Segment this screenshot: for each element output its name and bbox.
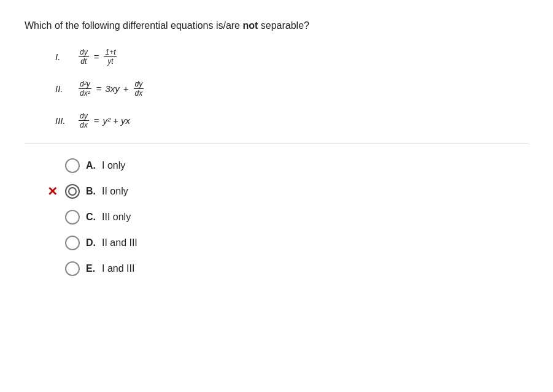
answer-letter-D: D. — [86, 237, 98, 248]
equation-III: III. dy dx = y² + yx — [55, 112, 528, 130]
eq-content-II: d²y dx² = 3xy + dy dx — [77, 80, 145, 98]
radio-D[interactable] — [65, 236, 80, 250]
question-bold: not — [242, 20, 258, 31]
frac-1pt-yt: 1+t yt — [104, 48, 117, 66]
frac-dy-dx-III: dy dx — [79, 112, 89, 130]
radio-A[interactable] — [65, 158, 80, 173]
eq-content-III: dy dx = y² + yx — [77, 112, 130, 130]
answer-row-B: ✕ B. II only — [43, 184, 528, 199]
radio-E[interactable] — [65, 261, 80, 276]
answer-label-D: II and III — [102, 237, 137, 248]
question-text: Which of the following differential equa… — [25, 18, 528, 33]
radio-B[interactable] — [65, 184, 80, 199]
question-text-before: Which of the following differential equa… — [25, 20, 242, 31]
eq-label-III: III. — [55, 115, 77, 126]
question-text-after: separable? — [258, 20, 309, 31]
answer-letter-A: A. — [86, 160, 98, 171]
equation-II: II. d²y dx² = 3xy + dy dx — [55, 80, 528, 98]
equations-section: I. dy dt = 1+t yt II. d²y dx² = 3xy + dy — [55, 48, 528, 129]
equation-I: I. dy dt = 1+t yt — [55, 48, 528, 66]
answer-label-E: I and III — [102, 263, 134, 274]
answers-section: A. I only ✕ B. II only C. III only D. II… — [43, 158, 528, 276]
answer-label-B: II only — [102, 186, 128, 197]
radio-inner-B — [68, 187, 77, 196]
answer-label-C: III only — [102, 212, 131, 223]
section-divider — [25, 143, 528, 144]
frac-d2y-dx2: d²y dx² — [79, 80, 91, 98]
wrong-mark-B: ✕ — [47, 184, 58, 199]
answer-row-E: E. I and III — [43, 261, 528, 276]
answer-letter-C: C. — [86, 212, 98, 223]
eq-label-I: I. — [55, 52, 77, 62]
answer-row-A: A. I only — [43, 158, 528, 173]
frac-dy-dt: dy dt — [79, 48, 89, 66]
answer-letter-B: B. — [86, 186, 98, 197]
answer-label-A: I only — [102, 160, 125, 171]
eq-label-II: II. — [55, 83, 77, 94]
answer-row-D: D. II and III — [43, 236, 528, 250]
answer-row-C: C. III only — [43, 210, 528, 225]
eq-content-I: dy dt = 1+t yt — [77, 48, 118, 66]
answer-indicator-B: ✕ — [43, 184, 61, 199]
answer-letter-E: E. — [86, 263, 98, 274]
frac-dy-dx: dy dx — [134, 80, 144, 98]
radio-C[interactable] — [65, 210, 80, 225]
